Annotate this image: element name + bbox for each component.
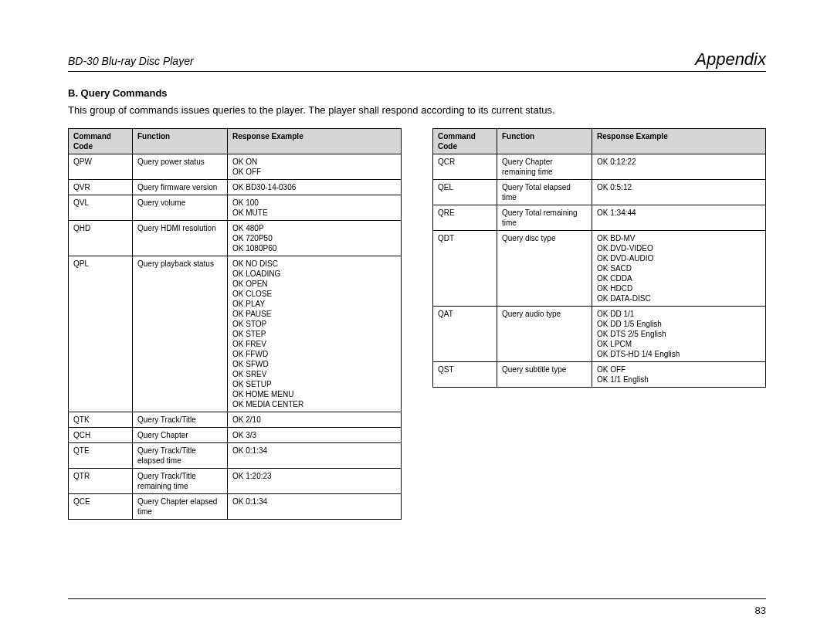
cell-function: Query power status <box>133 154 228 179</box>
cell-command-code: QCE <box>69 493 133 519</box>
cell-function: Query Track/Title elapsed time <box>133 442 228 468</box>
cell-command-code: QDT <box>433 230 497 306</box>
cell-response: OK 2/10 <box>228 412 402 427</box>
table-row: QTKQuery Track/TitleOK 2/10 <box>69 412 402 427</box>
cell-response: OK 0:1:34 <box>228 442 402 468</box>
cell-command-code: QST <box>433 361 497 387</box>
cell-function: Query Total elapsed time <box>497 179 592 205</box>
table-row: QDTQuery disc typeOK BD-MV OK DVD-VIDEO … <box>433 230 766 306</box>
cell-function: Query Chapter remaining time <box>497 154 592 179</box>
table-row: QELQuery Total elapsed timeOK 0:5:12 <box>433 179 766 205</box>
cell-command-code: QEL <box>433 179 497 205</box>
th-resp: Response Example <box>228 128 402 154</box>
cell-function: Query Chapter elapsed time <box>133 493 228 519</box>
cell-response: OK 1:34:44 <box>592 205 766 230</box>
cell-function: Query Total remaining time <box>497 205 592 230</box>
cell-function: Query audio type <box>497 306 592 361</box>
cell-command-code: QCR <box>433 154 497 179</box>
cell-response: OK 100 OK MUTE <box>228 195 402 220</box>
cell-command-code: QHD <box>69 220 133 256</box>
section-name: Appendix <box>695 49 766 69</box>
table-header-row: Command Code Function Response Example <box>433 128 766 154</box>
table-row: QCEQuery Chapter elapsed timeOK 0:1:34 <box>69 493 402 519</box>
cell-function: Query subtitle type <box>497 361 592 387</box>
cell-response: OK ON OK OFF <box>228 154 402 179</box>
table-row: QTRQuery Track/Title remaining timeOK 1:… <box>69 468 402 493</box>
subsection-title: B. Query Commands <box>68 87 766 99</box>
query-table-left: Command Code Function Response Example Q… <box>68 128 402 520</box>
cell-response: OK 0:12:22 <box>592 154 766 179</box>
cell-response: OK BD30-14-0306 <box>228 179 402 195</box>
cell-response: OK 3/3 <box>228 427 402 442</box>
table-row: QTEQuery Track/Title elapsed timeOK 0:1:… <box>69 442 402 468</box>
cell-function: Query playback status <box>133 256 228 412</box>
th-code: Command Code <box>69 128 133 154</box>
footer-rule <box>68 598 766 599</box>
page-number: 83 <box>755 605 766 616</box>
table-row: QSTQuery subtitle typeOK OFF OK 1/1 Engl… <box>433 361 766 387</box>
cell-response: OK 480P OK 720P50 OK 1080P60 <box>228 220 402 256</box>
table-row: QVRQuery firmware versionOK BD30-14-0306 <box>69 179 402 195</box>
cell-function: Query Track/Title remaining time <box>133 468 228 493</box>
cell-response: OK NO DISC OK LOADING OK OPEN OK CLOSE O… <box>228 256 402 412</box>
cell-command-code: QCH <box>69 427 133 442</box>
cell-function: Query disc type <box>497 230 592 306</box>
cell-command-code: QVL <box>69 195 133 220</box>
table-row: QCRQuery Chapter remaining timeOK 0:12:2… <box>433 154 766 179</box>
table-row: QPWQuery power statusOK ON OK OFF <box>69 154 402 179</box>
table-row: QPLQuery playback statusOK NO DISC OK LO… <box>69 256 402 412</box>
right-column: Command Code Function Response Example Q… <box>432 128 766 388</box>
table-row: QHDQuery HDMI resolutionOK 480P OK 720P5… <box>69 220 402 256</box>
table-row: QATQuery audio typeOK DD 1/1 OK DD 1/5 E… <box>433 306 766 361</box>
cell-function: Query firmware version <box>133 179 228 195</box>
cell-command-code: QRE <box>433 205 497 230</box>
cell-response: OK BD-MV OK DVD-VIDEO OK DVD-AUDIO OK SA… <box>592 230 766 306</box>
table-row: QREQuery Total remaining timeOK 1:34:44 <box>433 205 766 230</box>
table-row: QCHQuery ChapterOK 3/3 <box>69 427 402 442</box>
cell-response: OK 0:5:12 <box>592 179 766 205</box>
th-code: Command Code <box>433 128 497 154</box>
cell-function: Query Chapter <box>133 427 228 442</box>
query-table-right: Command Code Function Response Example Q… <box>432 128 766 388</box>
table-header-row: Command Code Function Response Example <box>69 128 402 154</box>
cell-command-code: QTK <box>69 412 133 427</box>
product-name: BD-30 Blu-ray Disc Player <box>68 55 194 67</box>
cell-command-code: QTR <box>69 468 133 493</box>
cell-response: OK 0:1:34 <box>228 493 402 519</box>
cell-response: OK OFF OK 1/1 English <box>592 361 766 387</box>
cell-command-code: QPL <box>69 256 133 412</box>
th-resp: Response Example <box>592 128 766 154</box>
cell-command-code: QPW <box>69 154 133 179</box>
cell-command-code: QTE <box>69 442 133 468</box>
tables-container: Command Code Function Response Example Q… <box>68 128 766 520</box>
cell-command-code: QAT <box>433 306 497 361</box>
table-row: QVLQuery volumeOK 100 OK MUTE <box>69 195 402 220</box>
cell-command-code: QVR <box>69 179 133 195</box>
cell-function: Query Track/Title <box>133 412 228 427</box>
subsection-intro: This group of commands issues queries to… <box>68 103 766 117</box>
cell-response: OK 1:20:23 <box>228 468 402 493</box>
left-column: Command Code Function Response Example Q… <box>68 128 402 520</box>
page-header: BD-30 Blu-ray Disc Player Appendix <box>68 49 766 72</box>
cell-function: Query HDMI resolution <box>133 220 228 256</box>
th-func: Function <box>497 128 592 154</box>
th-func: Function <box>133 128 228 154</box>
cell-response: OK DD 1/1 OK DD 1/5 English OK DTS 2/5 E… <box>592 306 766 361</box>
cell-function: Query volume <box>133 195 228 220</box>
